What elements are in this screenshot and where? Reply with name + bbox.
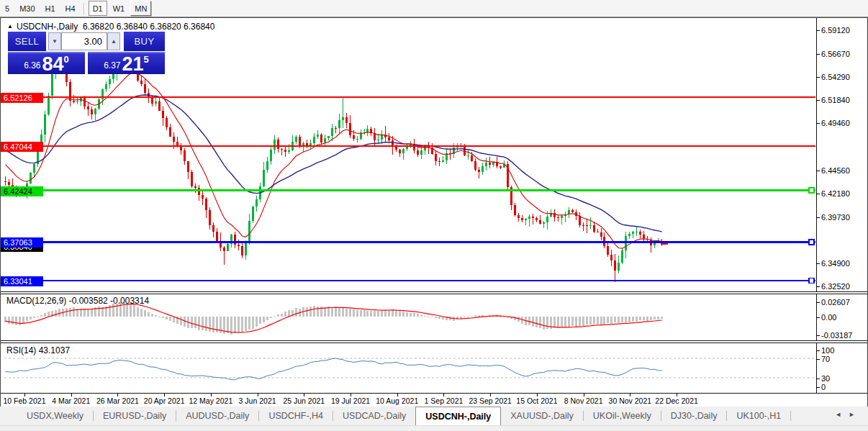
macd-rsi-divider[interactable] — [1, 340, 867, 343]
price-tick-label-tick — [816, 217, 820, 218]
buy-price-small: 6.37 — [104, 60, 120, 71]
date-label: 19 Jul 2021 — [331, 396, 370, 405]
date-label: 12 May 2021 — [189, 396, 233, 405]
rsi-tick-label-tick — [816, 359, 820, 360]
collapse-arrow-icon[interactable]: ▲ — [7, 23, 13, 30]
rsi-tick-label: 30 — [821, 374, 830, 383]
price-tick-label-tick — [816, 286, 820, 287]
date-label: 4 Mar 2021 — [52, 396, 90, 405]
sell-button[interactable]: SELL — [8, 32, 46, 51]
trading-app-window: 5M30H1H4D1W1MN ▲USDCNH-,Daily 6.36820 6.… — [0, 0, 868, 431]
date-label: 1 Sep 2021 — [425, 396, 464, 405]
price-tick-label-tick — [816, 194, 820, 194]
price-tick-label: 6.32520 — [821, 282, 850, 291]
rsi-indicator-label: RSI(14) 43.1037 — [6, 345, 70, 355]
timeframe-button-5[interactable]: 5 — [1, 1, 14, 16]
chart-window: ▲USDCNH-,Daily 6.36820 6.36840 6.36820 6… — [0, 17, 868, 407]
date-label: 30 Nov 2021 — [609, 396, 652, 405]
price-tick-label: 6.44560 — [821, 166, 850, 175]
rsi-tick-label-tick — [816, 378, 820, 379]
chart-title: USDCNH-,Daily — [17, 22, 78, 32]
buy-price-display[interactable]: 6.37 21 5 — [88, 52, 165, 74]
price-tick-label-tick — [816, 100, 820, 101]
tab-usdcnh-daily[interactable]: USDCNH-,Daily — [415, 407, 501, 425]
volume-decrease-button[interactable]: ▼ — [48, 32, 61, 50]
macd-tick-label-tick — [816, 302, 820, 303]
volume-input[interactable] — [61, 32, 107, 50]
date-label: 22 Dec 2021 — [655, 396, 698, 405]
status-strip — [0, 425, 868, 431]
date-label: 10 Aug 2021 — [376, 396, 418, 405]
macd-tick-label-tick — [816, 335, 820, 336]
hline-label-6-37063: 6.37063 — [1, 237, 43, 248]
toolbar-separator — [83, 3, 85, 14]
buy-price-big: 21 — [122, 55, 144, 73]
price-tick-label: 6.54290 — [821, 73, 850, 81]
date-label: 15 Oct 2021 — [516, 396, 557, 405]
price-tick-label: 6.49460 — [821, 119, 850, 127]
timeframe-button-d1[interactable]: D1 — [89, 1, 107, 16]
macd-tick-label-tick — [816, 317, 820, 318]
one-click-trade-panel: SELL ▼ ▲ BUY 6.36 84 0 6.37 21 5 — [8, 32, 165, 74]
timeframe-button-h4[interactable]: H4 — [61, 1, 80, 16]
tab-scroll-left-icon[interactable]: ◄ — [835, 411, 849, 418]
price-tick-label: 6.56670 — [821, 50, 850, 58]
tab-ukoil-weekly[interactable]: UKOil-,Weekly — [584, 407, 661, 425]
tab-usdx-weekly[interactable]: USDX,Weekly — [17, 407, 93, 425]
tab-eurusd-daily[interactable]: EURUSD-,Daily — [94, 407, 176, 425]
price-tick-label: 6.42180 — [821, 189, 850, 198]
hline-label-6-42424: 6.42424 — [1, 186, 43, 196]
tab-scroll-right-icon[interactable]: ► — [849, 411, 862, 418]
price-tick-label-tick — [816, 77, 820, 78]
macd-indicator-label: MACD(12,26,9) -0.003582 -0.003314 — [6, 296, 149, 306]
timeframe-button-m30[interactable]: M30 — [15, 1, 39, 16]
timeframe-button-mn[interactable]: MN — [130, 1, 151, 16]
price-axis-divider — [816, 18, 817, 393]
hline-label-6-47044: 6.47044 — [1, 142, 43, 152]
timeframe-toolbar: 5M30H1H4D1W1MN — [0, 0, 868, 17]
macd-tick-label: -0.03187 — [821, 331, 852, 340]
tab-audusd-daily[interactable]: AUDUSD-,Daily — [176, 407, 258, 425]
tab-dj30-daily[interactable]: DJ30-,Daily — [661, 407, 727, 425]
timeframe-button-w1[interactable]: W1 — [109, 1, 130, 16]
volume-increase-button[interactable]: ▲ — [107, 32, 120, 50]
sell-price-big: 84 — [42, 55, 64, 73]
date-label: 3 Jun 2021 — [239, 396, 276, 405]
chart-title-row: ▲USDCNH-,Daily 6.36820 6.36840 6.36820 6… — [7, 22, 214, 32]
price-tick-label-tick — [816, 54, 820, 55]
date-label: 26 Mar 2021 — [96, 396, 139, 405]
date-label: 25 Jun 2021 — [283, 396, 325, 405]
tab-scroll-arrows: ◄► — [835, 411, 862, 418]
price-tick-label: 6.51840 — [821, 96, 850, 104]
hline-label-6-52126: 6.52126 — [1, 93, 43, 103]
price-tick-label-tick — [816, 30, 820, 31]
date-axis[interactable]: 10 Feb 20214 Mar 202126 Mar 202120 Apr 2… — [1, 393, 867, 406]
price-tick-label: 6.34900 — [821, 259, 850, 268]
sell-price-small: 6.36 — [24, 60, 40, 71]
tab-xauusd-daily[interactable]: XAUUSD-,Daily — [501, 407, 583, 425]
macd-tick-label: 0.00 — [821, 313, 836, 322]
rsi-tick-label-tick — [816, 350, 820, 351]
trade-panel-top-row: SELL ▼ ▲ BUY — [8, 32, 165, 51]
tab-usdcad-daily[interactable]: USDCAD-,Daily — [333, 407, 415, 425]
price-tick-label-tick — [816, 123, 820, 124]
sell-price-display[interactable]: 6.36 84 0 — [8, 52, 85, 74]
sell-price-sup: 0 — [64, 54, 69, 65]
price-tick-label-tick — [816, 171, 820, 171]
date-label: 20 Apr 2021 — [144, 396, 185, 405]
tab-usdchf-h4[interactable]: USDCHF-,H4 — [259, 407, 333, 425]
price-macd-divider[interactable] — [1, 291, 867, 294]
timeframe-button-h1[interactable]: H1 — [41, 1, 60, 16]
tab-uk100-h1[interactable]: UK100-,H1 — [727, 407, 790, 425]
date-label: 8 Nov 2021 — [564, 396, 603, 405]
rsi-tick-label: 0 — [821, 383, 826, 391]
rsi-tick-label: 70 — [821, 355, 830, 363]
rsi-tick-label: 100 — [821, 346, 834, 355]
price-tick-label: 6.59120 — [821, 26, 850, 35]
rsi-tick-label-tick — [816, 387, 820, 388]
price-tick-label-tick — [816, 263, 820, 264]
tab-lead-space — [0, 407, 17, 425]
hline-label-6-33041: 6.33041 — [1, 276, 43, 286]
buy-button[interactable]: BUY — [124, 32, 165, 51]
price-tick-label: 6.39730 — [821, 213, 850, 222]
